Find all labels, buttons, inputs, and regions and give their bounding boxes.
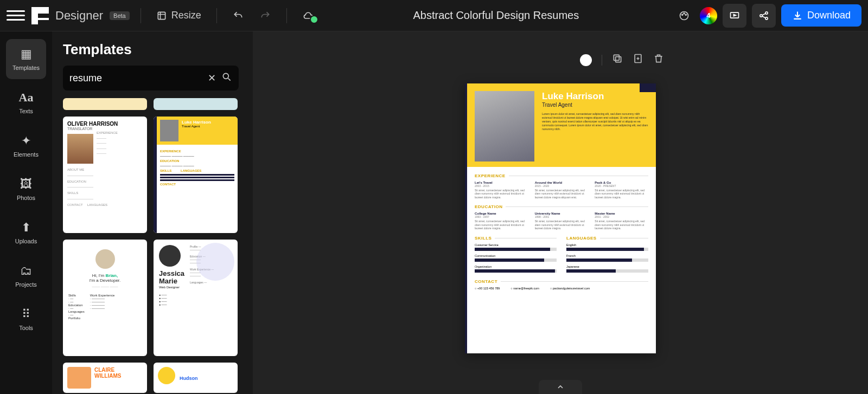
download-icon [792, 10, 803, 21]
left-rail: ▦Templates AaTexts ✦Elements 🖼Photos ⬆Up… [0, 31, 52, 394]
canvas-page[interactable]: Luke Harrison Travel Agent Lorem ipsum d… [465, 83, 656, 353]
rail-elements[interactable]: ✦Elements [6, 126, 46, 166]
template-grid[interactable]: OLIVER HARRISON TRANSLATOR EXPERIENCE———… [63, 96, 239, 394]
resume-entry[interactable]: Master Name2001 - 2002Sit amet, consecte… [595, 212, 648, 230]
resume-entry[interactable]: University Name1998 - 2001Sit amet, cons… [535, 212, 589, 230]
skill-item[interactable]: French [566, 254, 648, 262]
thumb-name: OLIVER HARRISON [67, 121, 143, 127]
thumb-photo [159, 245, 181, 267]
thumb-greeting: Hi, I'm Brian,I'm a Developer. [68, 273, 142, 283]
template-card-jessica[interactable]: JessicaMarie Web Designer ● ——● ——● ——● … [154, 240, 238, 356]
template-card[interactable] [63, 98, 147, 110]
education-cols: College Name1993 - 1997Sit amet, consect… [475, 212, 648, 230]
add-page-button[interactable] [633, 53, 643, 67]
topbar-right: 4 Download [674, 4, 861, 28]
contact-web[interactable]: packandgoleisuretravel.com [550, 287, 590, 290]
section-languages[interactable]: LANGUAGES [566, 236, 648, 241]
section-skills[interactable]: SKILLS [475, 236, 557, 241]
svg-rect-11 [614, 55, 619, 60]
duplicate-page-button[interactable] [612, 53, 623, 67]
contact-phone[interactable]: +00 123 456 789 [475, 287, 500, 290]
thumb-photo [160, 120, 178, 141]
rail-projects[interactable]: 🗂Projects [6, 256, 46, 296]
template-card-oliver[interactable]: OLIVER HARRISON TRANSLATOR EXPERIENCE———… [63, 117, 147, 233]
experience-cols: Let's Travel2003 - 2015Sit amet, consect… [475, 181, 648, 199]
credit-ring[interactable]: 4 [700, 7, 717, 24]
projects-icon: 🗂 [20, 264, 32, 278]
trash-icon [653, 53, 664, 64]
app-brand: Designer [55, 9, 103, 23]
rail-texts[interactable]: AaTexts [6, 82, 46, 122]
rail-label: Uploads [15, 238, 37, 244]
thumb-role: Travel Agent [182, 125, 211, 128]
template-card-brian[interactable]: Hi, I'm Brian,I'm a Developer. ——— ——— —… [63, 240, 147, 356]
search-row: ✕ [63, 66, 239, 91]
tools-icon: ⠿ [22, 307, 30, 321]
resume-role[interactable]: Travel Agent [542, 102, 648, 108]
rail-label: Elements [14, 151, 39, 158]
redo-button[interactable] [255, 5, 276, 26]
share-button[interactable] [752, 4, 776, 28]
rail-photos[interactable]: 🖼Photos [6, 169, 46, 209]
rail-uploads[interactable]: ⬆Uploads [6, 212, 46, 253]
resume-name[interactable]: Luke Harrison [542, 91, 648, 102]
palette-icon [679, 10, 690, 21]
divider [141, 8, 141, 23]
resume-entry[interactable]: Pack & Go2020 - PRESENTSit amet, consect… [595, 181, 648, 199]
rail-tools[interactable]: ⠿Tools [6, 299, 46, 339]
divider [602, 55, 602, 66]
skill-item[interactable]: English [566, 243, 648, 251]
skill-item[interactable]: Japanese [566, 265, 648, 273]
texts-icon: Aa [19, 91, 34, 105]
thumb-last: Marie [159, 277, 177, 285]
sidebar: Templates ✕ OLIVER HARRISON TRANSLATOR E… [52, 31, 253, 394]
skill-item[interactable]: Customer Service [475, 243, 557, 251]
download-button[interactable]: Download [781, 4, 861, 27]
clear-search-button[interactable]: ✕ [208, 72, 216, 84]
section-contact[interactable]: CONTACT [475, 279, 648, 284]
thumb-role: Web Designer [159, 286, 184, 289]
rail-label: Tools [19, 325, 33, 331]
theme-button[interactable] [674, 5, 694, 26]
page-color-swatch[interactable] [580, 54, 592, 66]
skills-list: Customer ServiceCommunicationOrganizatio… [475, 243, 557, 273]
search-button[interactable] [221, 72, 232, 85]
undo-icon [233, 10, 244, 21]
undo-button[interactable] [228, 5, 248, 26]
ring-count: 4 [702, 9, 715, 22]
delete-page-button[interactable] [653, 53, 664, 67]
template-card-claire[interactable]: CLAIREWILLIAMS [63, 363, 147, 393]
canvas-area[interactable]: Luke Harrison Travel Agent Lorem ipsum d… [253, 31, 868, 394]
resume-entry[interactable]: College Name1993 - 1997Sit amet, consect… [475, 212, 528, 230]
document-title[interactable]: Abstract Colorful Design Resumes [323, 9, 669, 22]
template-card[interactable] [154, 98, 238, 110]
contact-email[interactable]: name@freepik.com [510, 287, 539, 290]
resize-button[interactable]: Resize [152, 10, 206, 21]
menu-icon[interactable] [7, 7, 25, 25]
skill-item[interactable]: Communication [475, 254, 557, 262]
svg-point-3 [684, 12, 685, 14]
page-navigator-toggle[interactable] [539, 380, 582, 394]
resume-header: Luke Harrison Travel Agent Lorem ipsum d… [467, 83, 656, 167]
section-education[interactable]: EDUCATION [475, 204, 648, 209]
rail-label: Templates [12, 64, 40, 71]
photos-icon: 🖼 [20, 177, 32, 191]
svg-rect-10 [616, 57, 621, 62]
thumb-photo [95, 249, 115, 269]
svg-point-9 [223, 73, 228, 79]
resume-body: EXPERIENCE Let's Travel2003 - 2015Sit am… [467, 167, 656, 296]
resume-intro[interactable]: Lorem ipsum dolor sit amet, consectetuer… [542, 112, 648, 131]
resume-photo[interactable] [475, 91, 534, 162]
rail-templates[interactable]: ▦Templates [6, 39, 46, 79]
app-logo[interactable] [31, 7, 49, 24]
section-experience[interactable]: EXPERIENCE [475, 173, 648, 178]
sync-status[interactable] [298, 5, 318, 26]
skill-item[interactable]: Organization [475, 265, 557, 273]
template-card-luke[interactable]: Luke HarrisonTravel Agent EXPERIENCE————… [154, 117, 238, 233]
thumb-photo [67, 134, 93, 164]
present-button[interactable] [723, 4, 746, 28]
resume-entry[interactable]: Around the World2015 - 2020Sit amet, con… [535, 181, 589, 199]
resume-entry[interactable]: Let's Travel2003 - 2015Sit amet, consect… [475, 181, 528, 199]
search-input[interactable] [69, 73, 202, 84]
template-card-john[interactable]: JohnHudson [154, 363, 238, 393]
